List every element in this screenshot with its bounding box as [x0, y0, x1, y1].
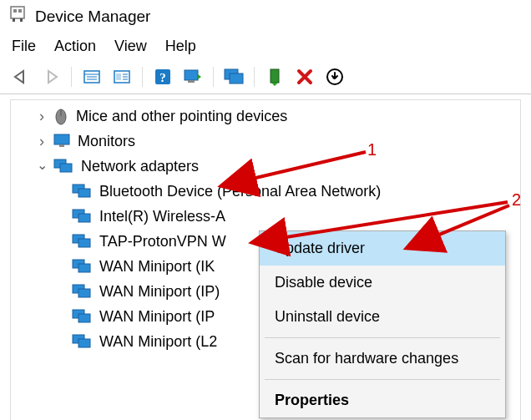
svg-rect-29 [78, 189, 90, 197]
toolbar-separator [142, 67, 143, 87]
toolbar-separator [71, 67, 72, 87]
tree-label: Monitors [78, 133, 135, 150]
svg-rect-2 [18, 9, 22, 13]
menu-action[interactable]: Action [54, 38, 96, 55]
network-adapter-icon [71, 183, 93, 200]
monitor-icon [53, 133, 71, 149]
tree-node-intel-wireless[interactable]: Intel(R) Wireless-A [11, 204, 520, 229]
svg-rect-35 [78, 264, 90, 272]
tree-label: TAP-ProtonVPN W [99, 233, 226, 250]
toolbar: ? [0, 62, 531, 94]
svg-rect-24 [54, 134, 69, 144]
menu-bar: File Action View Help [0, 31, 531, 62]
context-update-driver[interactable]: Update driver [260, 231, 505, 266]
tree-label: Mice and other pointing devices [76, 108, 287, 125]
svg-rect-37 [78, 289, 90, 297]
help-toolbar-button[interactable]: ? [150, 65, 175, 89]
menu-file[interactable]: File [12, 38, 36, 55]
network-adapter-icon [71, 233, 93, 250]
network-adapter-icon [53, 158, 74, 175]
svg-rect-20 [271, 69, 279, 83]
displays-toolbar-button[interactable] [221, 65, 246, 89]
svg-rect-41 [78, 339, 90, 347]
back-button[interactable] [8, 65, 33, 89]
tree-label: WAN Miniport (IK [99, 258, 215, 276]
uninstall-toolbar-button[interactable] [292, 65, 317, 89]
svg-rect-31 [78, 214, 90, 222]
svg-rect-4 [20, 18, 23, 22]
svg-rect-25 [59, 144, 64, 147]
expand-icon[interactable] [36, 108, 48, 125]
collapse-icon[interactable] [36, 159, 48, 175]
tree-label: Network adapters [81, 158, 199, 175]
context-disable-device[interactable]: Disable device [260, 266, 505, 300]
update-driver-toolbar-button[interactable] [262, 65, 287, 89]
toolbar-separator [254, 67, 255, 87]
tree-node-bluetooth[interactable]: Bluetooth Device (Personal Area Network) [11, 179, 520, 204]
context-scan-hardware[interactable]: Scan for hardware changes [260, 342, 505, 376]
showhide-console-button[interactable] [79, 65, 104, 89]
window-title: Device Manager [35, 8, 150, 26]
properties-toolbar-button[interactable] [109, 65, 134, 89]
svg-rect-16 [185, 70, 198, 80]
disable-toolbar-button[interactable] [322, 65, 347, 89]
tree-label: WAN Miniport (IP [99, 308, 215, 326]
network-adapter-icon [71, 333, 93, 350]
scan-hardware-toolbar-button[interactable] [180, 65, 205, 89]
svg-rect-19 [230, 73, 243, 83]
menu-help[interactable]: Help [165, 38, 196, 55]
toolbar-separator [213, 67, 214, 87]
context-properties[interactable]: Properties [260, 383, 505, 417]
network-adapter-icon [71, 258, 93, 275]
tree-label: Bluetooth Device (Personal Area Network) [99, 183, 381, 200]
svg-rect-10 [116, 73, 121, 80]
svg-rect-3 [13, 18, 15, 22]
network-adapter-icon [71, 308, 93, 325]
expand-icon[interactable] [36, 133, 48, 150]
tree-node-mice[interactable]: Mice and other pointing devices [11, 104, 520, 129]
context-separator [265, 379, 500, 380]
svg-rect-0 [11, 7, 24, 18]
network-adapter-icon [71, 283, 93, 300]
context-separator [265, 337, 500, 338]
tree-label: WAN Miniport (L2 [99, 333, 217, 351]
context-menu: Update driver Disable device Uninstall d… [259, 230, 506, 418]
svg-rect-1 [13, 9, 17, 13]
network-adapter-icon [71, 208, 93, 225]
svg-rect-27 [60, 164, 72, 172]
context-uninstall-device[interactable]: Uninstall device [260, 300, 505, 334]
svg-rect-33 [78, 239, 90, 247]
svg-text:?: ? [159, 71, 166, 84]
forward-button[interactable] [38, 65, 63, 89]
tree-node-monitors[interactable]: Monitors [11, 129, 520, 154]
tree-label: Intel(R) Wireless-A [99, 208, 225, 225]
app-icon [8, 5, 27, 28]
mouse-icon [53, 107, 69, 125]
menu-view[interactable]: View [114, 38, 147, 55]
tree-label: WAN Miniport (IP) [99, 283, 220, 301]
svg-rect-39 [78, 314, 90, 322]
tree-node-network-adapters[interactable]: Network adapters [11, 154, 520, 179]
svg-rect-17 [188, 80, 195, 83]
title-bar: Device Manager [0, 0, 531, 31]
